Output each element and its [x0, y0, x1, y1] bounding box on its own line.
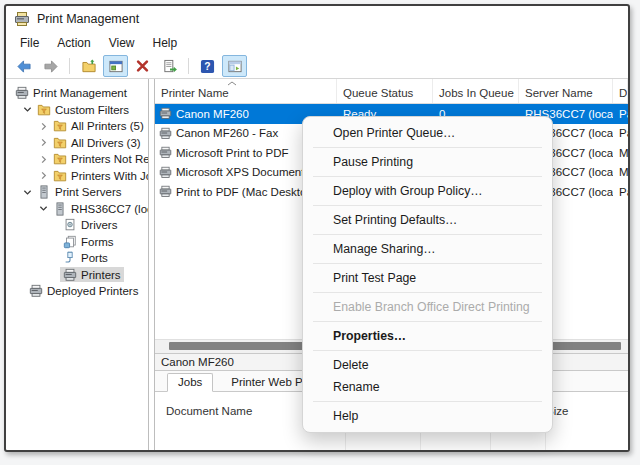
sidebar-item-label: All Drivers (3) [71, 137, 141, 149]
menu-help[interactable]: Help [144, 33, 187, 53]
sidebar-item-custom-filters[interactable]: Custom Filters [6, 102, 148, 119]
menu-bar: File Action View Help [6, 32, 628, 54]
sort-ascending-icon [227, 81, 237, 86]
sidebar-item-print-servers[interactable]: Print Servers [6, 184, 148, 201]
show-window-button[interactable] [76, 55, 101, 77]
menu-item-enable-branch-office-direct-printing: Enable Branch Office Direct Printing [303, 296, 552, 318]
menu-separator [313, 205, 542, 206]
sidebar-item-label: Printers With Jobs [71, 170, 149, 182]
sidebar-item-printers[interactable]: Printers [6, 267, 148, 284]
menu-item-open-printer-queue[interactable]: Open Printer Queue… [303, 122, 552, 144]
filter-folder-icon [53, 136, 67, 150]
sidebar-item-label: All Printers (5) [71, 120, 144, 132]
printer-icon [159, 146, 172, 159]
help-button[interactable]: ? [195, 55, 220, 77]
sidebar-item-all-printers[interactable]: All Printers (5) [6, 118, 148, 135]
chevron-down-icon[interactable] [20, 105, 34, 114]
console-tree-pane: Print Management Custom Filters All Prin… [6, 79, 149, 450]
menu-separator [313, 292, 542, 293]
chevron-down-icon[interactable] [20, 188, 34, 197]
tab-jobs[interactable]: Jobs [167, 373, 213, 392]
forward-button[interactable] [38, 55, 63, 77]
sidebar-item-label: Print Servers [55, 186, 121, 198]
driver-name: Par [613, 108, 628, 120]
filter-folder-icon [37, 103, 51, 117]
window-title: Print Management [37, 12, 139, 26]
sidebar-item-forms[interactable]: Forms [6, 234, 148, 251]
printer-icon [159, 166, 172, 179]
ports-icon [63, 251, 77, 265]
help-icon: ? [200, 59, 215, 74]
sidebar-item-label: Drivers [81, 219, 117, 231]
sidebar-item-ports[interactable]: Ports [6, 250, 148, 267]
menu-item-help[interactable]: Help [303, 405, 552, 427]
sidebar-item-label: Printers [81, 269, 121, 281]
printer-icon [159, 107, 172, 120]
menu-item-pause-printing[interactable]: Pause Printing [303, 151, 552, 173]
column-header-printer-name[interactable]: Printer Name [155, 79, 337, 103]
sidebar-item-deployed-printers[interactable]: Deployed Printers [6, 283, 148, 300]
console-tree-icon [227, 59, 243, 74]
back-button[interactable] [11, 55, 36, 77]
column-header-driver-name[interactable]: Driver Name [613, 79, 628, 103]
chevron-down-icon[interactable] [36, 204, 50, 213]
menu-view[interactable]: View [100, 33, 144, 53]
menu-file[interactable]: File [11, 33, 48, 53]
chevron-right-icon[interactable] [36, 122, 50, 131]
sidebar-item-print-management[interactable]: Print Management [6, 85, 148, 102]
menu-separator [313, 263, 542, 264]
menu-item-set-printing-defaults[interactable]: Set Printing Defaults… [303, 209, 552, 231]
printer-name: Print to PDF (Mac Desktop) [176, 186, 317, 198]
printer-icon [159, 127, 172, 140]
export-list-button[interactable] [157, 55, 182, 77]
menu-separator [313, 176, 542, 177]
menu-item-delete[interactable]: Delete [303, 354, 552, 376]
column-header-server-name[interactable]: Server Name [519, 79, 613, 103]
show-hide-console-tree-button[interactable] [222, 55, 247, 77]
printer-name: Canon MF260 [176, 108, 249, 120]
menu-separator [313, 401, 542, 402]
up-folder-icon [81, 59, 97, 74]
sidebar-item-rhs36cc7-local[interactable]: RHS36CC7 (local) [6, 201, 148, 218]
menu-item-properties[interactable]: Properties… [303, 325, 552, 347]
sidebar-item-label: Print Management [33, 87, 127, 99]
printer-name: Canon MF260 - Fax [176, 127, 278, 139]
printer-icon [29, 284, 43, 298]
menu-item-deploy-with-group-policy[interactable]: Deploy with Group Policy… [303, 180, 552, 202]
delete-button[interactable] [130, 55, 155, 77]
sidebar-item-label: Deployed Printers [47, 285, 138, 297]
forms-icon [63, 235, 77, 249]
filter-folder-icon [53, 119, 67, 133]
print-management-window: Print Management File Action View Help [4, 4, 630, 452]
printer-icon [159, 185, 172, 198]
menu-item-print-test-page[interactable]: Print Test Page [303, 267, 552, 289]
menu-item-rename[interactable]: Rename [303, 376, 552, 398]
sidebar-item-printers-not-ready[interactable]: Printers Not Ready [6, 151, 148, 168]
console-window-button[interactable] [103, 55, 128, 77]
sidebar-item-label: Custom Filters [55, 104, 129, 116]
filter-folder-icon [53, 152, 67, 166]
drivers-icon [63, 218, 77, 232]
server-icon [53, 202, 67, 216]
menu-action[interactable]: Action [48, 33, 99, 53]
sidebar-item-printers-with-jobs[interactable]: Printers With Jobs [6, 168, 148, 185]
sidebar-item-label: RHS36CC7 (local) [71, 203, 149, 215]
driver-name: Par [613, 186, 628, 198]
jobs-column-size[interactable]: Size [546, 392, 628, 450]
printer-context-menu: Open Printer Queue… Pause Printing Deplo… [302, 116, 553, 433]
sidebar-item-drivers[interactable]: Drivers [6, 217, 148, 234]
sidebar-item-label: Ports [81, 252, 108, 264]
chevron-right-icon[interactable] [36, 171, 50, 180]
printer-icon [15, 86, 29, 100]
sidebar-item-all-drivers[interactable]: All Drivers (3) [6, 135, 148, 152]
server-icon [37, 185, 51, 199]
toolbar-separator [69, 58, 70, 74]
menu-item-manage-sharing[interactable]: Manage Sharing… [303, 238, 552, 260]
column-header-queue-status[interactable]: Queue Status [337, 79, 433, 103]
list-header: Printer Name Queue Status Jobs In Queue … [155, 79, 628, 104]
chevron-right-icon[interactable] [36, 155, 50, 164]
printer-name: Microsoft Print to PDF [176, 147, 288, 159]
chevron-right-icon[interactable] [36, 138, 50, 147]
printer-icon [63, 268, 77, 282]
column-header-jobs-in-queue[interactable]: Jobs In Queue [433, 79, 519, 103]
